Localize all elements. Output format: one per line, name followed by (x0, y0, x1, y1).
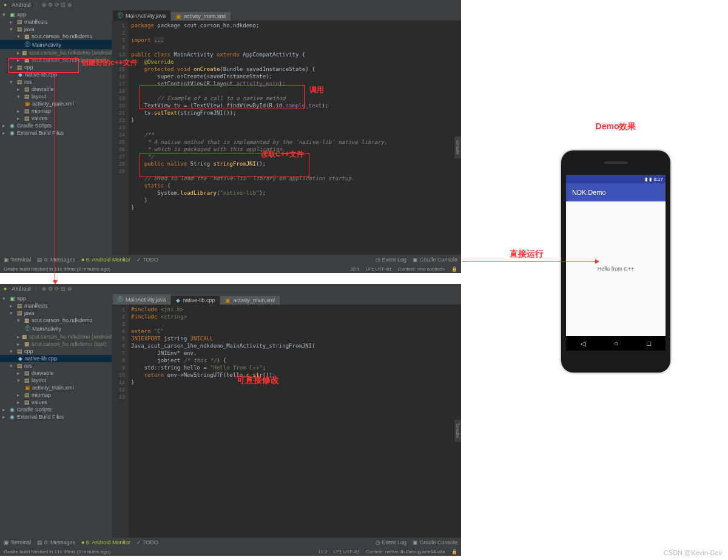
view-toolbar-2[interactable]: ● Android | ⊕ ⚙ ⟳ ⊟ ⊕ (0, 284, 461, 294)
annotation-run-directly: 直接运行 (510, 249, 544, 260)
event-log-button[interactable]: Event Log (382, 257, 406, 263)
tab-native-lib[interactable]: ◆native-lib.cpp (171, 295, 220, 305)
tree-cpp-folder[interactable]: cpp (24, 64, 33, 70)
project-tree[interactable]: ▾▣app ▸▤manifests ▾▤java ▾▦scut.carson_h… (0, 10, 112, 255)
tree-native-lib[interactable]: native-lib.cpp (25, 72, 57, 78)
view-mode[interactable]: Android (12, 286, 30, 292)
gutter: 1 2 3 4 13 14 15 16 17 18 19 20 21 22 23… (112, 21, 129, 255)
editor-tabs[interactable]: ⓒMainActivity.java ▣activity_main.xml (112, 10, 461, 21)
nav-home-icon[interactable]: ○ (614, 340, 618, 347)
android-icon: ● (4, 2, 7, 8)
android-icon: ● (4, 286, 7, 292)
android-monitor-button[interactable]: 6: Android Monitor (86, 257, 130, 263)
build-status-2: Gradle build finished in 11s 95ms (3 min… (4, 549, 110, 555)
phone-mockup: ▮ ▮ 8:17 NDK.Demo Hello from C++ ◁ ○ □ (561, 150, 670, 373)
phone-app-title: NDK.Demo (572, 189, 606, 196)
project-tree-2[interactable]: ▾▣app ▸▤manifests ▾▤java ▾▦scut.carson_h… (0, 294, 112, 538)
gutter-2: 1 2 3 4 5 6 7 8 9 10 11 12 13 (112, 305, 129, 538)
annotation-call: 调用 (309, 85, 324, 95)
code-content[interactable]: package package scut.carson_ho.ndkdemo; … (129, 21, 461, 255)
phone-nav-bar: ◁ ○ □ (566, 336, 666, 351)
todo-button[interactable]: TODO (143, 257, 158, 263)
annotation-created-cpp: 创建好的c++文件 (81, 58, 138, 68)
view-toolbar[interactable]: ● Android | ⊕ ⚙ ⟳ ⊟ ⊕ (0, 0, 461, 10)
annotation-can-modify: 可直接修改 (237, 375, 279, 386)
gradle-side-tab-2[interactable]: Gradle (454, 420, 461, 442)
tab-main-activity[interactable]: ⓒMainActivity.java (113, 294, 170, 305)
tab-activity-main-xml[interactable]: ▣activity_main.xml (220, 295, 280, 305)
code-content-2[interactable]: #include <jni.h> #include <string> exter… (129, 305, 461, 538)
nav-recent-icon[interactable]: □ (647, 340, 652, 347)
arrow-down (55, 73, 55, 284)
toolbar-icons[interactable]: ⊕ ⚙ ⟳ ⊟ ⊕ (42, 286, 72, 292)
gradle-console-button[interactable]: Gradle Console (419, 257, 457, 263)
status-bar[interactable]: ▣ Terminal ▤ 0: Messages ● 6: Android Mo… (0, 255, 461, 265)
view-mode[interactable]: Android (12, 2, 30, 8)
terminal-button[interactable]: Terminal (10, 257, 31, 263)
demo-result-title: Demo效果 (522, 121, 710, 132)
phone-app-bar: NDK.Demo (566, 183, 666, 201)
tree-native-lib-selected[interactable]: native-lib.cpp (25, 356, 57, 362)
code-editor-2[interactable]: 1 2 3 4 5 6 7 8 9 10 11 12 13 #include <… (112, 305, 461, 538)
phone-hello-text: Hello from C++ (598, 266, 635, 272)
toolbar-icons[interactable]: ⊕ ⚙ ⟳ ⊟ ⊕ (42, 2, 72, 8)
tab-activity-main-xml[interactable]: ▣activity_main.xml (171, 12, 231, 21)
editor-tabs-2[interactable]: ⓒMainActivity.java ◆native-lib.cpp ▣acti… (112, 294, 461, 305)
build-status: Gradle build finished in 11s 95ms (2 min… (4, 266, 110, 272)
signal-icon: ▮ (645, 177, 647, 182)
status-bar-2[interactable]: ▣ Terminal ▤ 0: Messages ● 6: Android Mo… (0, 538, 461, 547)
phone-content: Hello from C++ (566, 201, 666, 336)
code-editor[interactable]: 1 2 3 4 13 14 15 16 17 18 19 20 21 22 23… (112, 21, 461, 255)
gradle-side-tab[interactable]: Gradle (454, 137, 461, 158)
nav-back-icon[interactable]: ◁ (581, 340, 585, 348)
tab-main-activity[interactable]: ⓒMainActivity.java (113, 10, 170, 21)
tree-main-activity[interactable]: MainActivity (32, 42, 61, 48)
phone-status-bar: ▮ ▮ 8:17 (566, 175, 666, 183)
annotation-read-cpp: 读取C++文件 (261, 149, 304, 160)
battery-icon: ▮ (649, 177, 652, 182)
messages-button[interactable]: 0: Messages (44, 257, 75, 263)
phone-time: 8:17 (653, 177, 663, 182)
arrow-right (462, 261, 599, 261)
watermark: CSDN @Kevin-Dev (664, 549, 722, 556)
